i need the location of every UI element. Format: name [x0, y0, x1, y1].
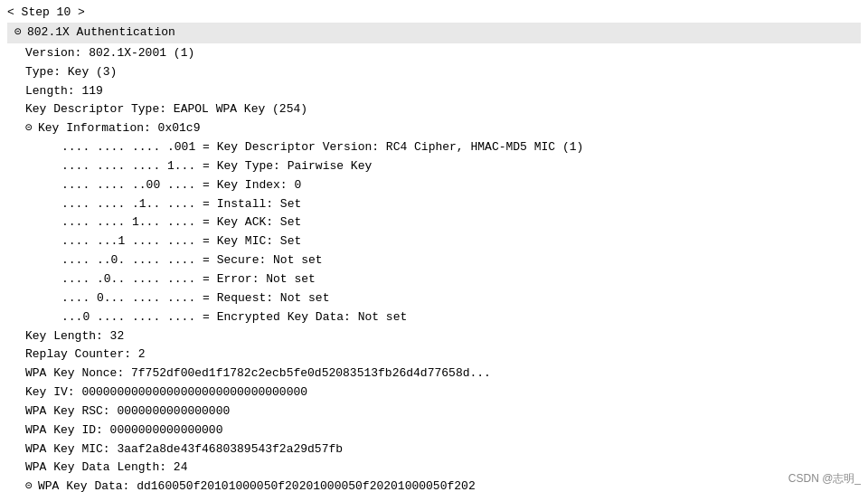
key-info-field-8-text: .... 0... .... .... = Request: Not set: [61, 291, 329, 305]
wpa-key-data-header[interactable]: ⊝ WPA Key Data: dd160050f20101000050f202…: [7, 478, 861, 492]
field-wpa-mic-text: WPA Key MIC: 3aaf2a8de43f4680389543f2a29…: [25, 442, 343, 456]
key-info-field-3: .... .... .1.. .... = Install: Set: [7, 195, 861, 214]
main-container: < Step 10 > ⊝ 802.1X Authentication Vers…: [0, 0, 868, 492]
field-replay-counter-text: Replay Counter: 2: [25, 347, 146, 361]
field-key-length-text: Key Length: 32: [25, 329, 124, 343]
key-info-field-0-text: .... .... .... .001 = Key Descriptor Ver…: [61, 140, 583, 154]
field-length-text: Length: 119: [25, 84, 103, 98]
key-info-field-3-text: .... .... .1.. .... = Install: Set: [61, 197, 301, 211]
watermark: CSDN @志明_: [788, 471, 861, 487]
field-key-descriptor: Key Descriptor Type: EAPOL WPA Key (254): [7, 100, 861, 119]
key-info-field-2-text: .... .... ..00 .... = Key Index: 0: [61, 178, 301, 192]
key-info-title: Key Information: 0x01c9: [38, 120, 200, 137]
key-info-field-1: .... .... .... 1... = Key Type: Pairwise…: [7, 157, 861, 176]
field-version: Version: 802.1X-2001 (1): [7, 44, 861, 63]
field-wpa-key-id-text: WPA Key ID: 0000000000000000: [25, 423, 222, 437]
field-wpa-nonce-text: WPA Key Nonce: 7f752df00ed1f1782c2ecb5fe…: [25, 366, 491, 380]
key-info-field-7: .... .0.. .... .... = Error: Not set: [7, 270, 861, 289]
field-wpa-mic: WPA Key MIC: 3aaf2a8de43f4680389543f2a29…: [7, 440, 861, 459]
section-8021x-title: 802.1X Authentication: [27, 24, 175, 42]
key-info-field-0: .... .... .... .001 = Key Descriptor Ver…: [7, 138, 861, 157]
watermark-text: CSDN @志明_: [788, 472, 861, 485]
key-info-field-6-text: .... ..0. .... .... = Secure: Not set: [61, 253, 323, 267]
field-wpa-nonce: WPA Key Nonce: 7f752df00ed1f1782c2ecb5fe…: [7, 364, 861, 383]
field-version-text: Version: 802.1X-2001 (1): [25, 46, 194, 60]
toggle-key-info[interactable]: ⊝: [25, 120, 38, 137]
step-header: < Step 10 >: [0, 4, 868, 21]
key-info-field-5: .... ...1 .... .... = Key MIC: Set: [7, 232, 861, 251]
key-info-field-4: .... .... 1... .... = Key ACK: Set: [7, 213, 861, 232]
field-replay-counter: Replay Counter: 2: [7, 345, 861, 364]
field-wpa-key-id: WPA Key ID: 0000000000000000: [7, 421, 861, 440]
key-info-field-1-text: .... .... .... 1... = Key Type: Pairwise…: [61, 159, 372, 173]
key-info-field-6: .... ..0. .... .... = Secure: Not set: [7, 251, 861, 270]
field-type: Type: Key (3): [7, 63, 861, 82]
field-key-iv-text: Key IV: 00000000000000000000000000000000: [25, 385, 307, 399]
section-8021x: ⊝ 802.1X Authentication Version: 802.1X-…: [0, 23, 868, 492]
section-8021x-header[interactable]: ⊝ 802.1X Authentication: [7, 23, 861, 43]
toggle-8021x[interactable]: ⊝: [14, 24, 27, 42]
key-info-field-5-text: .... ...1 .... .... = Key MIC: Set: [61, 234, 301, 248]
field-wpa-rsc-text: WPA Key RSC: 0000000000000000: [25, 404, 230, 418]
key-info-field-8: .... 0... .... .... = Request: Not set: [7, 289, 861, 308]
key-info-field-9-text: ...0 .... .... .... = Encrypted Key Data…: [61, 310, 407, 324]
field-key-descriptor-text: Key Descriptor Type: EAPOL WPA Key (254): [25, 102, 307, 116]
key-info-field-7-text: .... .0.. .... .... = Error: Not set: [61, 272, 316, 286]
field-key-iv: Key IV: 00000000000000000000000000000000: [7, 383, 861, 402]
field-wpa-data-length-text: WPA Key Data Length: 24: [25, 460, 187, 474]
field-key-length: Key Length: 32: [7, 327, 861, 346]
step-label: < Step 10 >: [7, 5, 85, 19]
key-info-field-2: .... .... ..00 .... = Key Index: 0: [7, 176, 861, 195]
field-length: Length: 119: [7, 82, 861, 101]
field-wpa-data-length: WPA Key Data Length: 24: [7, 459, 861, 478]
key-info-field-4-text: .... .... 1... .... = Key ACK: Set: [61, 215, 301, 229]
key-info-header[interactable]: ⊝ Key Information: 0x01c9: [7, 119, 861, 138]
field-wpa-rsc: WPA Key RSC: 0000000000000000: [7, 402, 861, 421]
field-type-text: Type: Key (3): [25, 65, 117, 79]
toggle-wpa-key-data[interactable]: ⊝: [25, 478, 38, 492]
key-info-field-9: ...0 .... .... .... = Encrypted Key Data…: [7, 308, 861, 327]
wpa-key-data-title: WPA Key Data: dd160050f20101000050f20201…: [38, 478, 476, 492]
